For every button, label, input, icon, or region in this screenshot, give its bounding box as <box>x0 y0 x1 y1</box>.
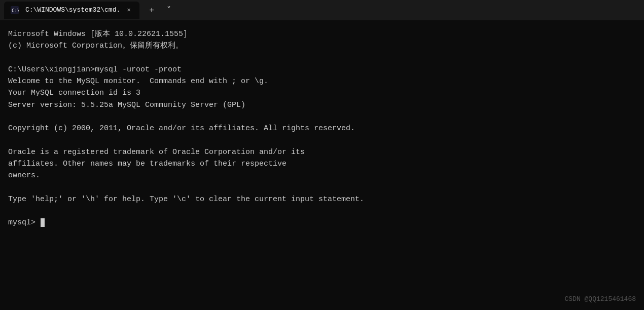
terminal-prompt: mysql> <box>8 217 40 228</box>
terminal-line-2: (c) Microsoft Corporation。保留所有权利。 <box>8 40 636 52</box>
prompt-line: mysql> <box>8 217 636 228</box>
terminal-line-9: Copyright (c) 2000, 2011, Oracle and/or … <box>8 123 636 134</box>
terminal-line-12: affiliates. Other names may be trademark… <box>8 158 636 170</box>
cmd-icon: C:\ <box>10 6 19 15</box>
terminal-line-11: Oracle is a registered trademark of Orac… <box>8 146 636 158</box>
terminal-line-5: Welcome to the MySQL monitor. Commands e… <box>8 75 636 87</box>
terminal-line-7: Server version: 5.5.25a MySQL Community … <box>8 99 636 111</box>
terminal-line-13: owners. <box>8 170 636 181</box>
terminal-line-15: Type 'help;' or '\h' for help. Type '\c'… <box>8 193 636 205</box>
watermark: CSDN @QQ1215461468 <box>565 294 636 304</box>
terminal-line-3 <box>8 52 636 64</box>
chevron-down-icon: ˅ <box>167 5 171 15</box>
cursor <box>41 218 45 227</box>
active-tab[interactable]: C:\ C:\WINDOWS\system32\cmd. ✕ <box>4 2 139 19</box>
terminal-line-10 <box>8 134 636 146</box>
svg-text:C:\: C:\ <box>12 8 19 13</box>
terminal-line-1: Microsoft Windows [版本 10.0.22621.1555] <box>8 28 636 40</box>
tab-controls: + ˅ <box>144 2 177 18</box>
terminal-body[interactable]: Microsoft Windows [版本 10.0.22621.1555] (… <box>0 20 644 310</box>
terminal-line-4: C:\Users\xiongjian>mysql -uroot -proot <box>8 64 636 75</box>
new-tab-button[interactable]: + <box>144 2 160 18</box>
terminal-line-6: Your MySQL connection id is 3 <box>8 87 636 99</box>
tab-close-button[interactable]: ✕ <box>124 6 133 15</box>
terminal-line-16 <box>8 205 636 217</box>
title-bar: C:\ C:\WINDOWS\system32\cmd. ✕ + ˅ <box>0 0 644 20</box>
window: C:\ C:\WINDOWS\system32\cmd. ✕ + ˅ Micro… <box>0 0 644 310</box>
tab-title: C:\WINDOWS\system32\cmd. <box>25 6 120 14</box>
dropdown-button[interactable]: ˅ <box>161 2 177 18</box>
terminal-line-14 <box>8 181 636 193</box>
terminal-line-8 <box>8 111 636 123</box>
